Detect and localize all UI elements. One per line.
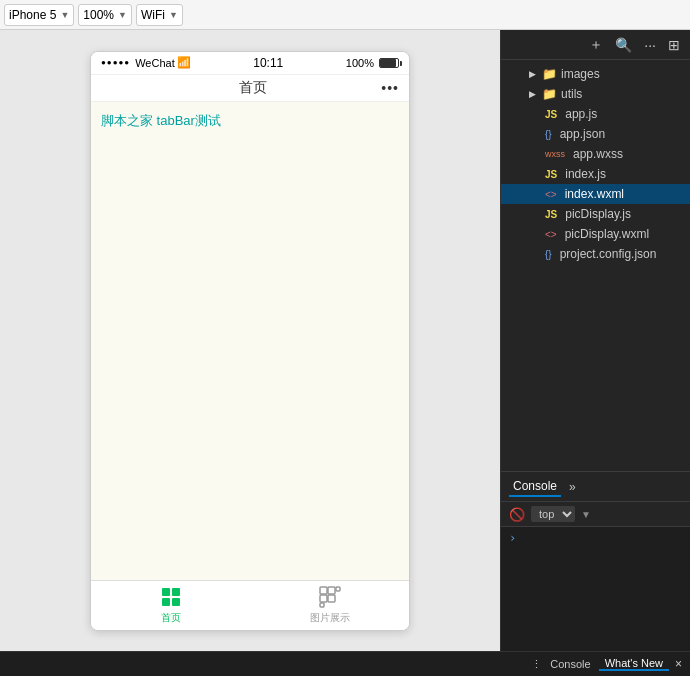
- nav-title: 首页: [239, 79, 267, 97]
- top-toolbar: iPhone 5 ▼ 100% ▼ WiFi ▼: [0, 0, 690, 30]
- app-js-label: app.js: [565, 107, 597, 121]
- file-item-images[interactable]: ▶ 📁 images: [501, 64, 690, 84]
- picDisplay-wxml-label: picDisplay.wxml: [565, 227, 649, 241]
- phone-nav-bar: 首页 •••: [91, 75, 409, 102]
- status-dots-icon: ⋮: [531, 658, 542, 671]
- phone-panel: ●●●●● WeChat 📶 10:11 100% 首页 •••: [0, 30, 500, 651]
- home-tab-icon: [159, 585, 183, 609]
- index-wxml-label: index.wxml: [565, 187, 624, 201]
- picDisplay-wxml-ext: <>: [545, 229, 557, 240]
- images-arrow-icon: ▶: [529, 69, 536, 79]
- console-prompt-icon: ›: [509, 531, 516, 545]
- svg-rect-3: [172, 598, 180, 606]
- images-folder-label: images: [561, 67, 600, 81]
- close-whats-new-button[interactable]: ×: [671, 657, 686, 671]
- file-item-index-wxml[interactable]: <> index.wxml: [501, 184, 690, 204]
- file-item-picDisplay-wxml[interactable]: <> picDisplay.wxml: [501, 224, 690, 244]
- app-json-label: app.json: [560, 127, 605, 141]
- index-js-ext: JS: [545, 169, 557, 180]
- block-icon[interactable]: 🚫: [509, 506, 525, 522]
- app-json-ext: {}: [545, 129, 552, 140]
- console-tab[interactable]: Console: [509, 477, 561, 497]
- signal-dots: ●●●●●: [101, 58, 130, 67]
- scope-chevron-icon: ▼: [581, 509, 591, 520]
- utils-folder-label: utils: [561, 87, 582, 101]
- device-chevron-icon: ▼: [60, 10, 69, 20]
- device-label: iPhone 5: [9, 8, 56, 22]
- file-item-index-js[interactable]: JS index.js: [501, 164, 690, 184]
- phone-status-bar: ●●●●● WeChat 📶 10:11 100%: [91, 52, 409, 75]
- svg-rect-4: [320, 587, 327, 594]
- status-left: ●●●●● WeChat 📶: [101, 56, 191, 69]
- device-selector[interactable]: iPhone 5 ▼: [4, 4, 74, 26]
- layout-icon[interactable]: ⊞: [666, 35, 682, 55]
- utils-arrow-icon: ▶: [529, 89, 536, 99]
- phone-tab-bar: 首页 图片展示: [91, 580, 409, 630]
- battery-pct: 100%: [346, 57, 374, 69]
- project-config-ext: {}: [545, 249, 552, 260]
- console-chevron-icon[interactable]: »: [569, 480, 576, 494]
- console-tabs: Console »: [501, 472, 690, 502]
- svg-rect-7: [320, 595, 327, 602]
- app-wxss-ext: wxss: [545, 149, 565, 159]
- file-item-utils[interactable]: ▶ 📁 utils: [501, 84, 690, 104]
- svg-rect-6: [336, 587, 340, 591]
- phone-frame: ●●●●● WeChat 📶 10:11 100% 首页 •••: [90, 51, 410, 631]
- console-content: ›: [501, 527, 690, 651]
- more-icon[interactable]: ···: [642, 35, 658, 55]
- images-folder-icon: 📁: [542, 67, 557, 81]
- svg-rect-9: [320, 603, 324, 607]
- project-config-label: project.config.json: [560, 247, 657, 261]
- file-panel-toolbar: ＋ 🔍 ··· ⊞: [501, 30, 690, 60]
- svg-rect-1: [172, 588, 180, 596]
- app-wxss-label: app.wxss: [573, 147, 623, 161]
- file-tree: ▶ 📁 images ▶ 📁 utils JS app.js {} app.js…: [501, 60, 690, 471]
- gallery-tab-icon: [318, 585, 342, 609]
- scale-chevron-icon: ▼: [118, 10, 127, 20]
- console-toolbar: 🚫 top ▼: [501, 502, 690, 527]
- picDisplay-js-label: picDisplay.js: [565, 207, 631, 221]
- scale-label: 100%: [83, 8, 114, 22]
- svg-rect-0: [162, 588, 170, 596]
- scope-selector[interactable]: top: [531, 506, 575, 522]
- svg-rect-2: [162, 598, 170, 606]
- svg-rect-8: [328, 595, 335, 602]
- index-wxml-ext: <>: [545, 189, 557, 200]
- nav-dots-icon[interactable]: •••: [381, 80, 399, 96]
- file-panel: ＋ 🔍 ··· ⊞ ▶ 📁 images ▶ 📁 utils JS: [500, 30, 690, 651]
- file-item-picDisplay-js[interactable]: JS picDisplay.js: [501, 204, 690, 224]
- file-item-project-config[interactable]: {} project.config.json: [501, 244, 690, 264]
- wifi-icon: 📶: [177, 56, 191, 69]
- status-right: 100%: [346, 57, 399, 69]
- status-time: 10:11: [253, 56, 283, 70]
- whats-new-status-item[interactable]: What's New: [599, 657, 669, 671]
- scale-selector[interactable]: 100% ▼: [78, 4, 132, 26]
- network-chevron-icon: ▼: [169, 10, 178, 20]
- file-item-app-wxss[interactable]: wxss app.wxss: [501, 144, 690, 164]
- tab-gallery-label: 图片展示: [310, 611, 350, 625]
- bottom-status-bar: ⋮ Console What's New ×: [0, 651, 690, 676]
- main-area: ●●●●● WeChat 📶 10:11 100% 首页 •••: [0, 30, 690, 651]
- tab-item-gallery[interactable]: 图片展示: [250, 581, 409, 630]
- battery-icon: [379, 58, 399, 68]
- file-item-app-js[interactable]: JS app.js: [501, 104, 690, 124]
- tab-item-home[interactable]: 首页: [91, 581, 250, 630]
- svg-rect-5: [328, 587, 335, 594]
- file-item-app-json[interactable]: {} app.json: [501, 124, 690, 144]
- network-label: WiFi: [141, 8, 165, 22]
- tab-home-label: 首页: [161, 611, 181, 625]
- app-name: WeChat: [135, 57, 175, 69]
- search-file-icon[interactable]: 🔍: [613, 35, 634, 55]
- picDisplay-js-ext: JS: [545, 209, 557, 220]
- app-js-ext: JS: [545, 109, 557, 120]
- console-status-item[interactable]: Console: [544, 658, 596, 670]
- network-selector[interactable]: WiFi ▼: [136, 4, 183, 26]
- phone-content: 脚本之家 tabBar测试: [91, 102, 409, 580]
- index-js-label: index.js: [565, 167, 606, 181]
- console-area: Console » 🚫 top ▼ ›: [501, 471, 690, 651]
- utils-folder-icon: 📁: [542, 87, 557, 101]
- content-text: 脚本之家 tabBar测试: [101, 113, 221, 128]
- add-file-icon[interactable]: ＋: [587, 34, 605, 56]
